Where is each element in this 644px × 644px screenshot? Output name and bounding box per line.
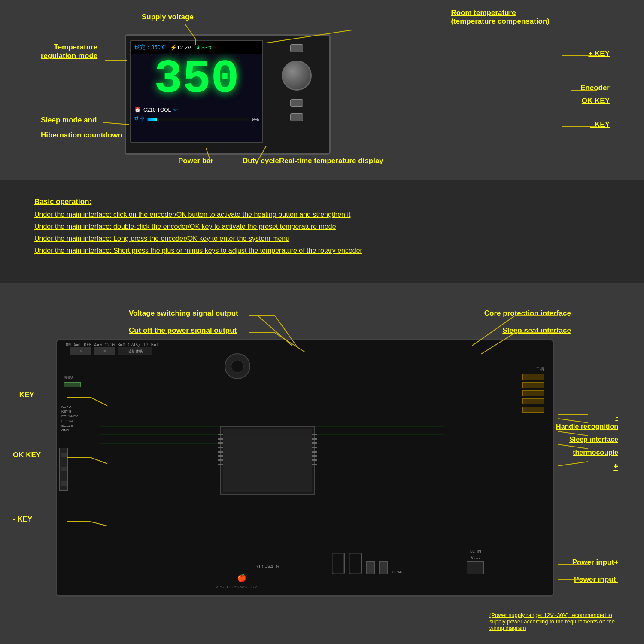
top-section: 设定：350℃ ⚡12.2V 🌡33℃ 350 ⏰ C210 TOOL ✏ 功率… [0,0,644,180]
lcd-tool-info: C210 TOOL [143,107,171,113]
room-temp-text: Room temperature [451,9,516,17]
duty-cycle-value: 9% [252,117,259,122]
handle-recognition-label: Handle recognition [556,423,618,431]
svg-line-26 [558,462,588,466]
lcd-screen: 设定：350℃ ⚡12.2V 🌡33℃ 350 ⏰ C210 TOOL ✏ 功率… [130,40,263,143]
lcd-sleep-icon: ⏰ [134,107,141,113]
plus-sign-label: + [613,462,618,471]
voltage-switching-label: Voltage switching signal output [129,309,238,318]
lcd-power-label: 功率 [134,115,145,123]
ok-key-label: OK KEY [582,97,610,105]
bottom-plus-key-label: + KEY [13,391,34,399]
sleep-interface-label: Sleep interface [569,436,618,444]
pcb-bottom-board: ON A=1 OFF A=0 C210 B=0 C245/T12 B=1 A B… [56,339,554,597]
operation-line-3: Under the main interface: Long press the… [34,234,610,244]
encoder-knob[interactable] [282,61,312,91]
basic-operation-title: Basic operation: [34,197,610,206]
bottom-ok-key-label: OK KEY [13,451,41,459]
sleep-mode-label: Sleep mode and [41,116,97,125]
power-input-minus-label: Power input- [574,575,618,584]
temp-regulation-label: Temperature regulation mode [41,43,97,60]
hibernation-label: Hibernation countdown [41,131,122,140]
power-note: (Power supply range: 12V~30V) recommende… [489,612,618,631]
room-temperature-label: Room temperature (temperature compensati… [451,9,550,26]
minus-key-button[interactable] [290,113,303,121]
power-bar-fill [148,118,157,121]
sleep-seat-label: Sleep seat interface [502,326,571,335]
svg-line-23 [558,431,588,436]
power-input-plus-label: Power input+ [572,558,618,567]
lcd-voltage: ⚡12.2V [170,44,191,51]
power-bar-label: Power bar [178,157,213,165]
minus-sign-label: - [615,412,618,422]
lcd-room-temp: 🌡33℃ [196,44,214,51]
lcd-set-temp: 设定：350℃ [134,43,166,51]
power-bar [147,118,249,121]
encoder-label: Encoder [580,84,610,92]
pcb-top-device: 设定：350℃ ⚡12.2V 🌡33℃ 350 ⏰ C210 TOOL ✏ 功率… [125,34,331,155]
temp-reg-text2: regulation mode [41,52,97,60]
cut-off-power-label: Cut off the power signal output [129,326,237,335]
bottom-section: ON A=1 OFF A=0 C210 B=0 C245/T12 B=1 A B… [0,283,644,644]
svg-line-24 [558,444,588,449]
realtime-temp-label: Real-time temperature display [279,157,383,165]
middle-section: Basic operation: Under the main interfac… [0,180,644,283]
temp-reg-text1: Temperature [54,43,98,51]
thermocouple-label: thermocouple [573,449,618,456]
pcb-right-controls [267,40,325,143]
plus-key-button[interactable] [290,44,303,52]
operation-line-1: Under the main interface: click on the e… [34,210,610,220]
lcd-temperature-display: 350 [131,54,262,105]
operation-line-2: Under the main interface: double-click t… [34,222,610,232]
ok-key-button[interactable] [290,99,303,107]
supply-voltage-label: Supply voltage [142,13,194,21]
minus-key-label: - KEY [590,120,610,129]
board-inner: ON A=1 OFF A=0 C210 B=0 C245/T12 B=1 A B… [57,340,553,595]
plus-key-label: + KEY [588,49,610,58]
room-temp-sub-text: (temperature compensation) [451,17,550,25]
svg-line-22 [558,419,588,423]
operation-line-4: Under the main interface: Short press th… [34,246,610,256]
duty-cycle-label: Duty cycle [243,157,279,165]
bottom-minus-key-label: - KEY [13,515,32,524]
core-protection-label: Core protection interface [484,309,571,318]
lcd-pencil-icon: ✏ [173,107,178,113]
